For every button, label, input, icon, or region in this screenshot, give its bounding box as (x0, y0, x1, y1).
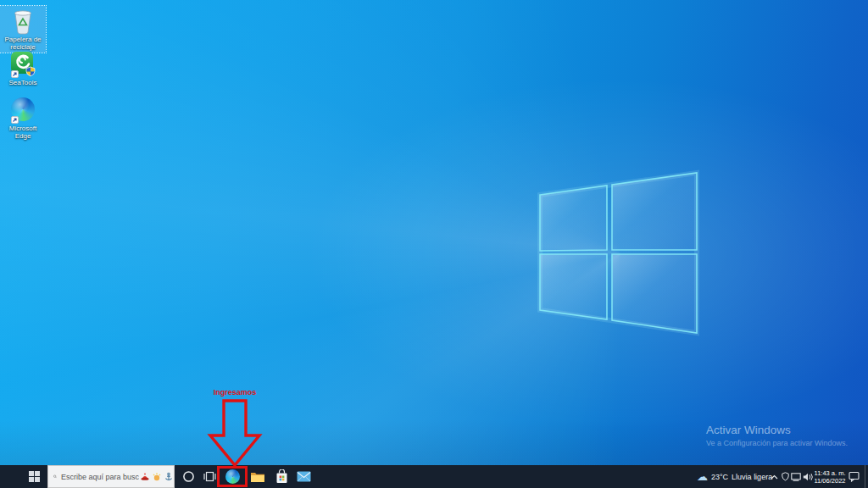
search-icon (53, 472, 57, 481)
desktop-icon-label: SeaTools (9, 79, 37, 86)
desktop-icon-seatools[interactable]: SeaTools (0, 49, 46, 88)
search-highlights[interactable] (140, 472, 174, 482)
cortana-icon (182, 470, 195, 483)
windows-start-icon (29, 471, 40, 482)
network-icon (791, 473, 801, 481)
recycle-bin-icon (10, 8, 36, 35)
anchor-icon (164, 472, 174, 482)
hat-icon (140, 472, 150, 482)
desktop-icon-microsoft-edge[interactable]: Microsoft Edge (0, 96, 46, 141)
weather-cloud-icon: ☁ (697, 471, 708, 482)
chevron-up-icon (771, 474, 778, 480)
celebration-icon (152, 472, 162, 482)
wallpaper (0, 0, 868, 488)
start-button[interactable] (20, 465, 47, 488)
weather-widget[interactable]: ☁ 23°C Lluvia ligera (697, 465, 768, 488)
clock-time: 11:43 a. m. (815, 469, 846, 477)
volume-icon (803, 473, 813, 481)
microsoft-store-icon (275, 469, 288, 484)
desktop-icon-recycle-bin[interactable]: Papelera de reciclaje (0, 6, 46, 53)
taskbar-edge-button[interactable] (220, 465, 245, 488)
taskbar-clock[interactable]: 11:43 a. m. 11/06/2022 (814, 465, 846, 488)
edge-icon (225, 469, 240, 484)
action-center-button[interactable] (846, 465, 861, 488)
windows-logo-wallpaper (0, 0, 868, 488)
file-explorer-button[interactable] (248, 465, 268, 488)
windows-desktop: Papelera de reciclaje (0, 0, 868, 488)
weather-temperature: 23°C (711, 473, 728, 481)
shortcut-arrow-icon (11, 70, 19, 78)
mail-button[interactable] (293, 465, 314, 488)
taskbar-search-box[interactable] (47, 465, 175, 488)
network-button[interactable] (790, 465, 802, 488)
cortana-button[interactable] (178, 465, 198, 488)
action-center-icon (849, 471, 860, 482)
tray-security-button[interactable] (780, 465, 790, 488)
taskbar: ☁ 23°C Lluvia ligera (0, 465, 868, 488)
shield-icon (782, 472, 789, 481)
clock-date: 11/06/2022 (815, 477, 846, 485)
store-button[interactable] (271, 465, 292, 488)
mail-icon (297, 471, 311, 482)
weather-description: Lluvia ligera (732, 473, 772, 481)
task-view-button[interactable] (200, 465, 219, 488)
desktop-icon-label: Microsoft Edge (1, 125, 45, 140)
volume-button[interactable] (802, 465, 814, 488)
search-input[interactable] (61, 473, 139, 481)
show-desktop-button[interactable] (865, 465, 868, 488)
shortcut-arrow-icon (11, 116, 19, 124)
file-explorer-icon (250, 471, 265, 483)
tray-overflow-button[interactable] (768, 465, 780, 488)
task-view-icon (203, 471, 216, 482)
